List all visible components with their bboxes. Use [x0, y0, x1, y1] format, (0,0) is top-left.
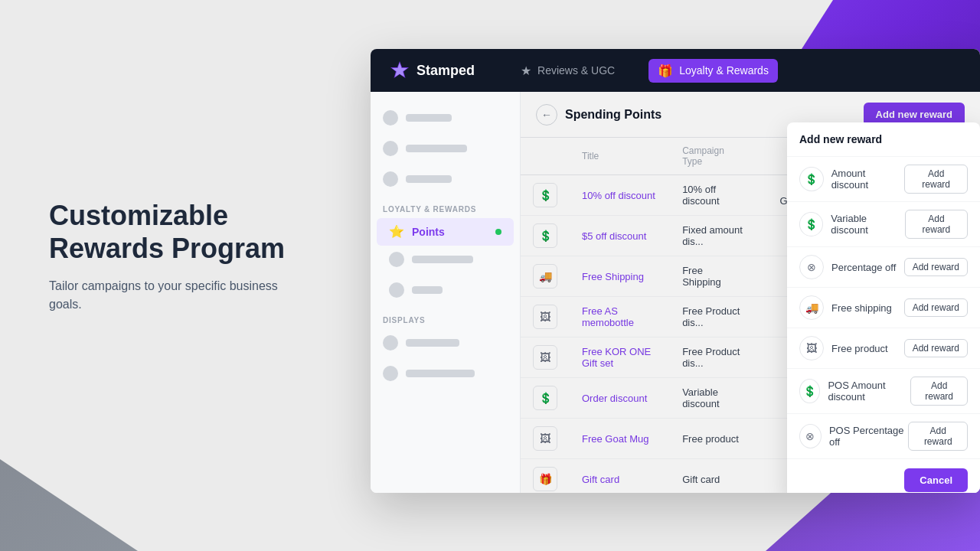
sidebar-display-placeholder-1	[371, 329, 520, 357]
row-icon-cell: 🚚	[521, 256, 570, 297]
loyalty-icon: 🎁	[658, 64, 673, 78]
add-reward-button[interactable]: Add reward	[910, 377, 968, 406]
sidebar-display-placeholder-2	[371, 360, 520, 387]
placeholder-circle	[383, 141, 398, 156]
active-dot	[495, 229, 501, 235]
row-campaign-type: Free Product dis...	[670, 337, 756, 378]
placeholder-circle	[383, 335, 398, 350]
reward-icon: 🖼	[533, 426, 557, 451]
back-button[interactable]: ←	[536, 104, 557, 126]
hero-section: CustomizableRewards Program Tailor campa…	[49, 199, 285, 314]
row-campaign-type: Free Shipping	[670, 256, 756, 297]
row-icon-cell: 💲	[521, 216, 570, 256]
add-reward-button[interactable]: Add reward	[904, 339, 968, 357]
reward-title[interactable]: Order discount	[582, 393, 647, 404]
reward-title[interactable]: Gift card	[582, 474, 619, 485]
nav-loyalty-label: Loyalty & Rewards	[679, 64, 769, 77]
brand-name: Stamped	[416, 63, 475, 79]
col-title: Title	[570, 138, 670, 175]
brand: Stamped	[389, 60, 475, 81]
sidebar-sub-placeholder-1	[371, 246, 520, 273]
placeholder-bar	[406, 339, 459, 347]
placeholder-bar	[406, 175, 452, 183]
dropdown-item[interactable]: 🖼 Free product Add reward	[787, 328, 980, 369]
placeholder-bar	[406, 370, 475, 377]
placeholder-bar	[406, 145, 467, 152]
col-campaign-type: Campaign Type	[670, 138, 756, 175]
dropdown-item-left: 💲 Amount discount	[799, 167, 904, 191]
row-title-cell: 10% off discount	[570, 175, 670, 216]
row-title-cell: Order discount	[570, 378, 670, 419]
brand-icon	[389, 60, 410, 81]
nav-reviews-label: Reviews & UGC	[537, 64, 615, 77]
dropdown-item-left: 🚚 Free shipping	[799, 295, 892, 320]
dropdown-item[interactable]: 💲 Amount discount Add reward	[787, 157, 980, 202]
reward-title[interactable]: $5 off discount	[582, 230, 646, 242]
placeholder-circle	[389, 252, 404, 267]
col-icon	[521, 138, 570, 175]
dropdown-item-icon: 💲	[799, 379, 820, 403]
dropdown-item[interactable]: ⊗ Percentage off Add reward	[787, 247, 980, 288]
reward-title[interactable]: Free Goat Mug	[582, 433, 648, 445]
reward-icon: 🎁	[533, 467, 557, 491]
dropdown-item-left: 💲 POS Amount discount	[799, 379, 910, 403]
add-reward-button[interactable]: Add reward	[904, 258, 968, 276]
row-icon-cell: 💲	[521, 175, 570, 216]
sidebar-item-points[interactable]: ⭐ Points	[377, 218, 514, 246]
content-area: ← Spending Points Add new reward Title C…	[521, 92, 980, 493]
add-reward-button[interactable]: Add reward	[904, 165, 968, 194]
dropdown-item-icon: 💲	[799, 212, 823, 236]
sidebar-section-loyalty: Loyalty & Rewards	[371, 196, 520, 218]
dropdown-item-label: Variable discount	[831, 213, 905, 236]
dropdown-footer: Cancel	[787, 459, 980, 493]
row-title-cell: Free AS memobottle	[570, 297, 670, 337]
nav-reviews[interactable]: ★ Reviews & UGC	[511, 59, 624, 83]
row-title-cell: $5 off discount	[570, 216, 670, 256]
nav-loyalty[interactable]: 🎁 Loyalty & Rewards	[648, 59, 778, 83]
dropdown-item[interactable]: 🚚 Free shipping Add reward	[787, 288, 980, 328]
cancel-button[interactable]: Cancel	[904, 468, 968, 492]
dropdown-items-list: 💲 Amount discount Add reward 💲 Variable …	[787, 157, 980, 459]
reward-title[interactable]: Free AS memobottle	[582, 305, 634, 328]
reward-icon: 💲	[533, 183, 557, 207]
dropdown-item-left: 💲 Variable discount	[799, 212, 905, 236]
placeholder-circle	[389, 282, 404, 298]
placeholder-circle	[383, 366, 398, 381]
placeholder-bar	[412, 256, 473, 263]
add-reward-button[interactable]: Add reward	[908, 422, 968, 451]
dropdown-item-label: POS Percentage off	[829, 425, 909, 448]
reward-title[interactable]: Free Shipping	[582, 271, 644, 282]
row-icon-cell: 🖼	[521, 297, 570, 337]
reviews-icon: ★	[521, 64, 531, 78]
reward-title[interactable]: 10% off discount	[582, 190, 655, 201]
app-window: Stamped ★ Reviews & UGC 🎁 Loyalty & Rewa…	[371, 49, 980, 493]
row-title-cell: Free Goat Mug	[570, 419, 670, 459]
reward-icon: 🚚	[533, 264, 557, 289]
svg-marker-1	[392, 63, 407, 77]
dropdown-item-label: Percentage off	[831, 262, 896, 273]
row-campaign-type: Fixed amount dis...	[670, 216, 756, 256]
reward-title[interactable]: Free KOR ONE Gift set	[582, 346, 651, 369]
row-icon-cell: 🎁	[521, 459, 570, 494]
top-nav: Stamped ★ Reviews & UGC 🎁 Loyalty & Rewa…	[371, 49, 980, 92]
sidebar-placeholder-1	[371, 104, 520, 132]
row-campaign-type: Gift card	[670, 459, 756, 494]
add-reward-button[interactable]: Add reward	[904, 298, 968, 317]
dropdown-item[interactable]: ⊗ POS Percentage off Add reward	[787, 414, 980, 459]
placeholder-bar	[406, 114, 452, 122]
reward-icon: 💲	[533, 386, 557, 410]
row-campaign-type: 10% off discount	[670, 175, 756, 216]
row-icon-cell: 🖼	[521, 419, 570, 459]
dropdown-item[interactable]: 💲 POS Amount discount Add reward	[787, 369, 980, 414]
sidebar: Loyalty & Rewards ⭐ Points Displays	[371, 92, 521, 493]
dropdown-item[interactable]: 💲 Variable discount Add reward	[787, 202, 980, 247]
reward-icon: 🖼	[533, 305, 557, 329]
hero-subtitle: Tailor campaigns to your specific busine…	[49, 277, 279, 314]
row-campaign-type: Free Product dis...	[670, 297, 756, 337]
reward-icon: 🖼	[533, 345, 557, 370]
dropdown-item-label: Amount discount	[831, 168, 905, 191]
add-reward-button[interactable]: Add reward	[905, 210, 968, 239]
sidebar-sub-placeholder-2	[371, 276, 520, 304]
hero-title: CustomizableRewards Program	[49, 199, 285, 265]
dropdown-item-icon: 🚚	[799, 295, 824, 320]
